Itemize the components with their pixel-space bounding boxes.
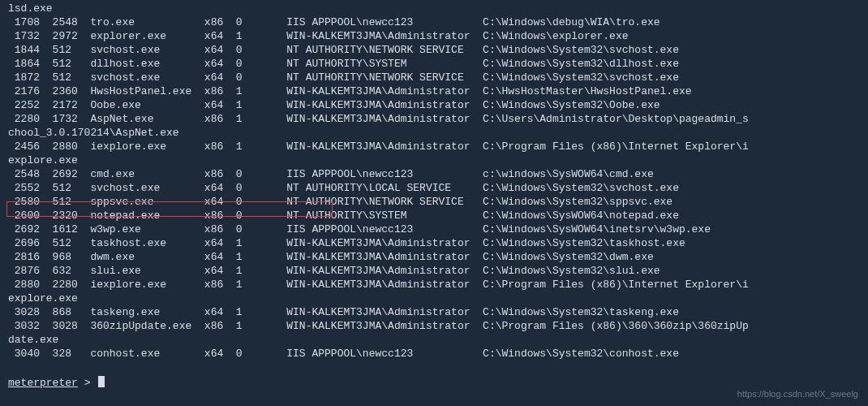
process-row: 2176 2360 HwsHostPanel.exe x86 1 WIN-KAL…: [8, 84, 860, 98]
watermark-text: https://blog.csdn.net/X_sweelg: [737, 387, 858, 401]
process-row: 2692 1612 w3wp.exe x86 0 IIS APPPOOL\new…: [8, 222, 860, 236]
process-row: 2580 512 sppsvc.exe x64 0 NT AUTHORITY\N…: [8, 195, 860, 209]
wrap-line: explore.exe: [8, 153, 860, 167]
process-row: 2600 2320 notepad.exe x86 0 NT AUTHORITY…: [8, 209, 860, 222]
process-row: 1708 2548 tro.exe x86 0 IIS APPPOOL\newc…: [8, 15, 860, 29]
process-row: 2816 968 dwm.exe x64 1 WIN-KALKEMT3JMA\A…: [8, 250, 860, 264]
process-row: 3028 868 taskeng.exe x64 1 WIN-KALKEMT3J…: [8, 305, 860, 319]
process-row: 2876 632 slui.exe x64 1 WIN-KALKEMT3JMA\…: [8, 264, 860, 278]
process-row: lsd.exe: [8, 2, 860, 15]
process-row: 1872 512 svchost.exe x64 0 NT AUTHORITY\…: [8, 71, 860, 84]
wrap-line: date.exe: [8, 333, 860, 347]
blank-line: [8, 361, 860, 374]
process-row: 2552 512 svchost.exe x64 0 NT AUTHORITY\…: [8, 181, 860, 195]
wrap-line: explore.exe: [8, 292, 860, 305]
terminal-window: lsd.exe 1708 2548 tro.exe x86 0 IIS APPP…: [0, 0, 868, 406]
prompt-label: meterpreter: [8, 377, 78, 389]
process-row: 3032 3028 360zipUpdate.exe x86 1 WIN-KAL…: [8, 319, 860, 333]
process-row: 2280 1732 AspNet.exe x86 1 WIN-KALKEMT3J…: [8, 112, 860, 126]
wrap-line: chool_3.0.170214\AspNet.exe: [8, 126, 860, 140]
process-row: 1864 512 dllhost.exe x64 0 NT AUTHORITY\…: [8, 57, 860, 71]
cursor-icon: [98, 376, 105, 387]
prompt-line[interactable]: meterpreter >: [8, 376, 860, 390]
process-row: 1844 512 svchost.exe x64 0 NT AUTHORITY\…: [8, 43, 860, 57]
process-row: 2880 2280 iexplore.exe x86 1 WIN-KALKEMT…: [8, 278, 860, 292]
process-row: 3040 328 conhost.exe x64 0 IIS APPPOOL\n…: [8, 347, 860, 361]
process-row: 2252 2172 Oobe.exe x64 1 WIN-KALKEMT3JMA…: [8, 98, 860, 112]
process-row: 2548 2692 cmd.exe x86 0 IIS APPPOOL\newc…: [8, 167, 860, 181]
process-row: 2456 2880 iexplore.exe x86 1 WIN-KALKEMT…: [8, 140, 860, 153]
process-row: 1732 2972 explorer.exe x64 1 WIN-KALKEMT…: [8, 29, 860, 43]
terminal-output: lsd.exe 1708 2548 tro.exe x86 0 IIS APPP…: [0, 0, 868, 390]
process-row: 2696 512 taskhost.exe x64 1 WIN-KALKEMT3…: [8, 236, 860, 250]
